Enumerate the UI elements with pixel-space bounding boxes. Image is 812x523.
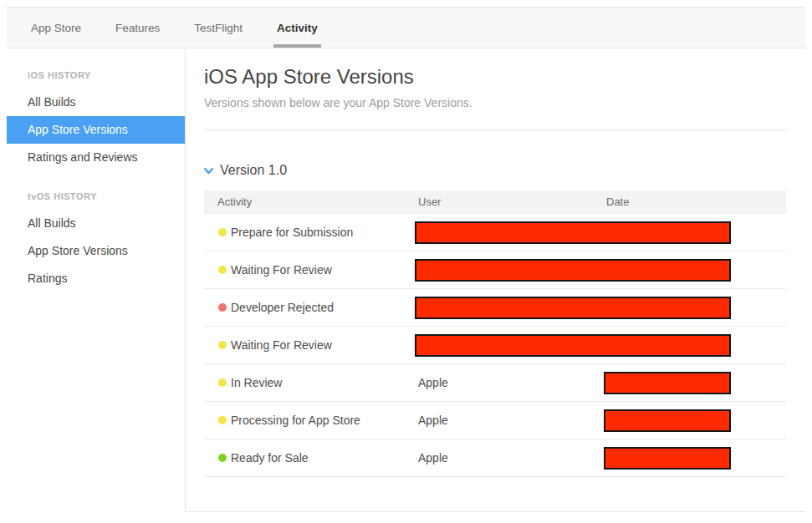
version-label: Version 1.0 <box>220 163 287 178</box>
activity-label: Processing for App Store <box>231 414 360 427</box>
sidebar-item-tvos-app-store-versions[interactable]: App Store Versions <box>7 237 185 265</box>
sidebar-section-tvos-history: tvOS HISTORY <box>7 181 185 210</box>
redaction-box <box>415 221 731 244</box>
sidebar-item-tvos-all-builds[interactable]: All Builds <box>7 210 185 237</box>
page-title: iOS App Store Versions <box>204 65 786 89</box>
redaction-box <box>604 372 731 394</box>
sidebar-item-ios-all-builds[interactable]: All Builds <box>7 89 185 116</box>
table-row: Processing for App Store Apple <box>204 402 786 439</box>
sidebar-item-tvos-ratings[interactable]: Ratings <box>7 265 185 292</box>
table-row: Prepare for Submission <box>204 214 786 251</box>
chevron-down-icon <box>204 167 213 175</box>
status-dot-icon <box>218 341 227 349</box>
activity-table: Activity User Date Prepare for Submissio… <box>204 190 786 477</box>
table-row: Waiting For Review <box>204 327 786 364</box>
main-panel: iOS App Store Versions Versions shown be… <box>186 48 805 512</box>
version-section-toggle[interactable]: Version 1.0 <box>204 163 786 178</box>
user-label: Apple <box>418 414 448 427</box>
divider <box>204 129 786 130</box>
table-row: Developer Rejected <box>204 289 786 327</box>
activity-label: Waiting For Review <box>231 338 332 352</box>
redaction-box <box>604 409 731 432</box>
user-label: Apple <box>418 451 448 465</box>
table-row: Ready for Sale Apple <box>204 439 786 477</box>
activity-label: In Review <box>231 376 282 389</box>
activity-label: Prepare for Submission <box>231 226 353 239</box>
table-header: Activity User Date <box>204 190 786 214</box>
sidebar-section-ios-history: iOS HISTORY <box>7 60 185 89</box>
activity-label: Developer Rejected <box>231 301 334 314</box>
status-dot-icon <box>218 303 227 312</box>
top-nav: App Store Features TestFlight Activity <box>7 7 805 48</box>
status-dot-icon <box>218 266 227 274</box>
tab-features[interactable]: Features <box>112 8 163 48</box>
activity-label: Waiting For Review <box>231 263 332 277</box>
tab-app-store[interactable]: App Store <box>28 8 84 48</box>
column-header-date: Date <box>606 195 629 208</box>
redaction-box <box>415 334 731 357</box>
content-area: iOS HISTORY All Builds App Store Version… <box>7 48 805 512</box>
user-label: Apple <box>418 376 448 389</box>
redaction-box <box>415 259 731 282</box>
activity-label: Ready for Sale <box>231 451 309 465</box>
status-dot-icon <box>218 228 227 236</box>
status-dot-icon <box>218 378 227 387</box>
status-dot-icon <box>218 416 227 424</box>
redaction-box <box>415 297 731 319</box>
table-row: In Review Apple <box>204 364 786 402</box>
table-row: Waiting For Review <box>204 251 786 289</box>
sidebar-item-ios-app-store-versions[interactable]: App Store Versions <box>7 116 185 144</box>
tab-testflight[interactable]: TestFlight <box>191 8 246 48</box>
column-header-user: User <box>418 195 441 208</box>
sidebar: iOS HISTORY All Builds App Store Version… <box>7 48 186 512</box>
tab-activity[interactable]: Activity <box>273 8 321 48</box>
status-dot-icon <box>218 454 227 462</box>
page-subtitle: Versions shown below are your App Store … <box>204 96 786 109</box>
redaction-box <box>604 447 731 470</box>
column-header-activity: Activity <box>217 195 252 208</box>
sidebar-item-ios-ratings-and-reviews[interactable]: Ratings and Reviews <box>7 144 185 171</box>
